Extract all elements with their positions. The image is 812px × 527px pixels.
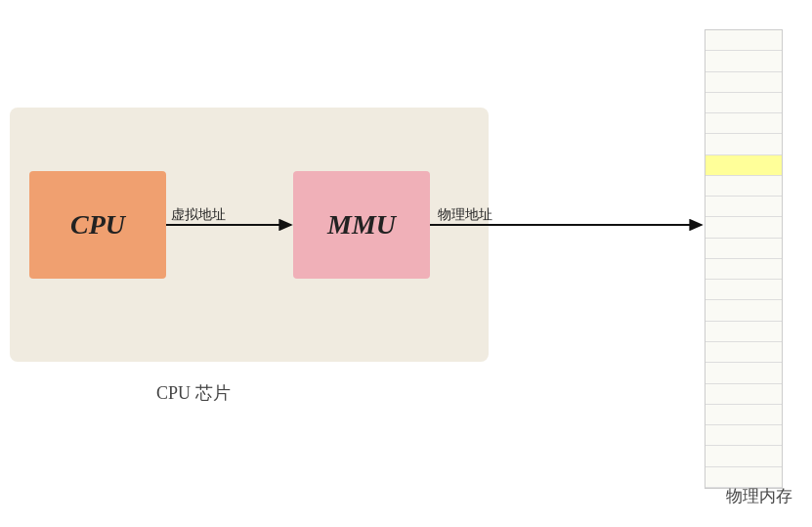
memory-row — [705, 425, 782, 446]
memory-row — [705, 259, 782, 280]
cpu-label: CPU — [70, 209, 125, 241]
memory-row — [705, 217, 782, 238]
memory-row — [705, 300, 782, 321]
diagram-container: CPU MMU CPU 芯片 物理内存 虚拟地址 物理地址 — [0, 0, 812, 527]
physical-memory-label: 物理内存 — [726, 485, 792, 507]
memory-row — [705, 113, 782, 134]
memory-row — [705, 155, 782, 176]
memory-row — [705, 280, 782, 300]
memory-row — [705, 384, 782, 405]
memory-row — [705, 446, 782, 466]
physical-memory-block — [705, 29, 783, 489]
cpu-box: CPU — [29, 171, 166, 279]
memory-row — [705, 176, 782, 197]
memory-row — [705, 322, 782, 342]
memory-row — [705, 405, 782, 425]
memory-row — [705, 239, 782, 259]
mmu-box: MMU — [293, 171, 430, 279]
memory-row — [705, 72, 782, 93]
mmu-label: MMU — [327, 209, 396, 241]
cpu-chip-label: CPU 芯片 — [156, 381, 231, 405]
memory-row — [705, 197, 782, 217]
memory-row — [705, 134, 782, 154]
memory-row — [705, 93, 782, 113]
memory-row — [705, 51, 782, 71]
memory-row — [705, 342, 782, 363]
memory-row — [705, 30, 782, 51]
memory-row — [705, 363, 782, 383]
